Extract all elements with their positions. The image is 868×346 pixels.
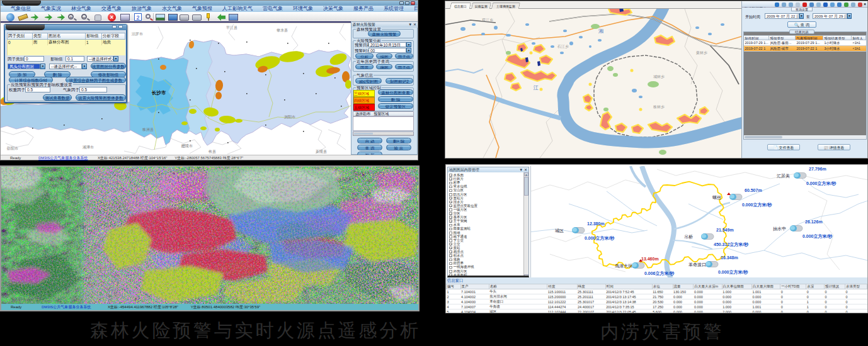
svg-text:汨罗市: 汨罗市 [132,31,143,36]
svg-text:0.000立方米/秒: 0.000立方米/秒 [585,235,615,241]
svg-text:0.000立方米/秒: 0.000立方米/秒 [806,181,837,186]
svg-text:城林乡: 城林乡 [653,75,665,79]
svg-text:26.126m: 26.126m [805,220,823,224]
svg-text:13.460m: 13.460m [641,257,659,261]
svg-text:城区: 城区 [554,228,564,233]
svg-text:0.000立方米/秒: 0.000立方米/秒 [802,233,833,239]
svg-text:平江县: 平江县 [226,25,237,30]
svg-text:450.312立方米/秒: 450.312立方米/秒 [714,242,749,247]
svg-text:抽水中: 抽水中 [773,226,786,232]
svg-text:12.380m: 12.380m [587,221,605,226]
svg-text:湘: 湘 [598,28,603,34]
svg-text:双江乡: 双江乡 [482,18,493,22]
svg-text:汇景美: 汇景美 [777,174,790,179]
svg-text:16.348m: 16.348m [721,255,738,260]
svg-text:0.006立方米/秒: 0.006立方米/秒 [644,271,675,276]
svg-text:吊桥: 吊桥 [684,235,693,239]
svg-text:攸县: 攸县 [208,149,216,153]
svg-text:茶陵县: 茶陵县 [316,149,327,153]
svg-text:21.549m: 21.549m [716,228,734,232]
svg-text:0.000立方米/秒: 0.000立方米/秒 [718,269,748,275]
svg-text:栗林乡: 栗林乡 [696,51,707,55]
svg-text:邵阳市: 邵阳市 [6,146,18,151]
svg-text:革命渡口: 革命渡口 [688,262,706,267]
svg-text:0.000立方米/秒: 0.000立方米/秒 [742,202,772,208]
svg-text:醴陵市: 醴陵市 [181,143,193,148]
svg-text:长沙市: 长沙市 [151,90,166,96]
svg-text:60.507m: 60.507m [745,188,762,193]
svg-text:修水县: 修水县 [277,28,288,32]
svg-text:螺丝: 螺丝 [712,195,721,199]
svg-text:湘潭市: 湘潭市 [83,145,94,150]
svg-text:株洲县: 株洲县 [142,128,154,131]
svg-text:27.796m: 27.796m [809,167,826,171]
svg-text:浏阳市: 浏阳市 [284,114,295,120]
svg-text:株林乡: 株林乡 [653,105,665,109]
svg-text:石江乡: 石江乡 [557,44,569,49]
svg-text:鸟潭大坝: 鸟潭大坝 [615,264,632,269]
svg-text:江: 江 [533,85,539,91]
